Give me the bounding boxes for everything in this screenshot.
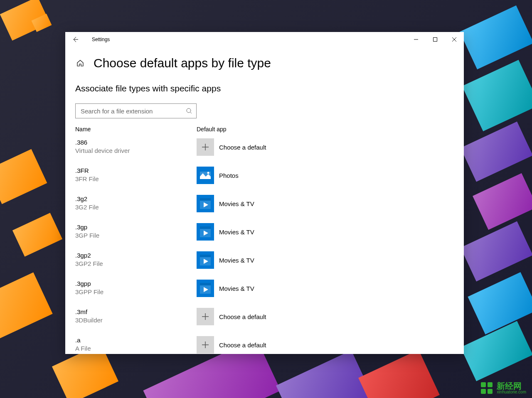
column-header-app: Default app bbox=[197, 126, 227, 133]
svg-rect-28 bbox=[481, 389, 486, 394]
app-label: Choose a default bbox=[219, 144, 266, 151]
file-extension: .a bbox=[75, 336, 197, 344]
watermark-text: 新经网 bbox=[497, 382, 526, 390]
file-description: 3DBuilder bbox=[75, 316, 197, 324]
app-choice-button[interactable]: Movies & TV bbox=[197, 195, 254, 212]
file-row: .3g2 3G2 File Movies & TV bbox=[75, 195, 454, 212]
file-row: .3gp2 3GP2 File Movies & TV bbox=[75, 251, 454, 269]
close-icon bbox=[452, 37, 456, 42]
app-choice-button[interactable]: Choose a default bbox=[197, 138, 266, 156]
file-extension: .3FR bbox=[75, 167, 197, 175]
file-extension: .3mf bbox=[75, 308, 197, 316]
file-extension: .3gp2 bbox=[75, 251, 197, 260]
search-input[interactable] bbox=[81, 108, 186, 115]
svg-rect-1 bbox=[433, 38, 437, 42]
svg-rect-29 bbox=[488, 389, 493, 394]
file-row: .3gpp 3GPP File Movies & TV bbox=[75, 280, 454, 297]
file-description: A File bbox=[75, 344, 197, 353]
movies-tv-icon bbox=[197, 251, 214, 269]
movies-tv-icon bbox=[197, 280, 214, 297]
svg-rect-16 bbox=[200, 255, 211, 257]
file-description: 3FR File bbox=[75, 175, 197, 183]
svg-rect-10 bbox=[200, 198, 211, 201]
svg-rect-19 bbox=[200, 283, 211, 285]
svg-rect-13 bbox=[200, 226, 211, 229]
file-description: Virtual device driver bbox=[75, 147, 197, 155]
file-row: .a A File Choose a default bbox=[75, 336, 454, 354]
svg-line-5 bbox=[190, 112, 192, 113]
file-extension: .3gp bbox=[75, 223, 197, 231]
file-description: 3GP File bbox=[75, 231, 197, 240]
app-label: Movies & TV bbox=[219, 257, 254, 264]
svg-point-4 bbox=[187, 108, 191, 113]
movies-tv-icon bbox=[197, 223, 214, 241]
arrow-left-icon bbox=[72, 36, 79, 43]
file-description: 3GP2 File bbox=[75, 260, 197, 268]
photos-icon bbox=[197, 167, 214, 184]
watermark: 新经网 xinhuatone.com bbox=[479, 381, 526, 396]
plus-icon bbox=[197, 336, 214, 354]
back-button[interactable] bbox=[69, 33, 82, 46]
movies-tv-icon bbox=[197, 195, 214, 212]
search-box[interactable] bbox=[75, 103, 197, 118]
svg-rect-27 bbox=[488, 382, 493, 387]
app-choice-button[interactable]: Movies & TV bbox=[197, 223, 254, 241]
plus-icon bbox=[197, 308, 214, 325]
file-row: .3FR 3FR File Photos bbox=[75, 167, 454, 184]
app-choice-button[interactable]: Choose a default bbox=[197, 308, 266, 325]
app-label: Choose a default bbox=[219, 341, 266, 349]
app-choice-button[interactable]: Movies & TV bbox=[197, 251, 254, 269]
app-choice-button[interactable]: Choose a default bbox=[197, 336, 266, 354]
file-extension: .3g2 bbox=[75, 195, 197, 203]
app-choice-button[interactable]: Photos bbox=[197, 167, 239, 184]
watermark-url: xinhuatone.com bbox=[497, 390, 526, 394]
settings-window: Settings Choose default apps by file typ… bbox=[65, 32, 464, 354]
watermark-logo-icon bbox=[479, 381, 494, 396]
maximize-button[interactable] bbox=[426, 33, 445, 46]
search-icon bbox=[186, 108, 192, 114]
title-bar: Settings bbox=[65, 32, 464, 47]
app-choice-button[interactable]: Movies & TV bbox=[197, 280, 254, 297]
file-row: .3mf 3DBuilder Choose a default bbox=[75, 308, 454, 325]
column-header-name: Name bbox=[75, 126, 197, 133]
page-subtitle: Associate file types with specific apps bbox=[75, 84, 454, 93]
window-title: Settings bbox=[92, 37, 110, 42]
app-label: Movies & TV bbox=[219, 285, 254, 292]
file-description: 3G2 File bbox=[75, 203, 197, 211]
home-button[interactable] bbox=[75, 58, 85, 68]
home-icon bbox=[76, 59, 84, 67]
app-label: Movies & TV bbox=[219, 228, 254, 236]
close-button[interactable] bbox=[445, 33, 464, 46]
svg-point-9 bbox=[207, 172, 209, 174]
plus-icon bbox=[197, 138, 214, 156]
page-title: Choose default apps by file type bbox=[94, 56, 271, 70]
file-type-list: .386 Virtual device driver Choose a defa… bbox=[75, 138, 454, 354]
file-extension: .386 bbox=[75, 138, 197, 147]
minimize-button[interactable] bbox=[406, 33, 426, 46]
maximize-icon bbox=[433, 37, 437, 42]
file-row: .386 Virtual device driver Choose a defa… bbox=[75, 138, 454, 156]
svg-rect-26 bbox=[481, 382, 486, 387]
file-extension: .3gpp bbox=[75, 280, 197, 288]
app-label: Photos bbox=[219, 172, 239, 179]
file-row: .3gp 3GP File Movies & TV bbox=[75, 223, 454, 241]
file-description: 3GPP File bbox=[75, 288, 197, 296]
app-label: Movies & TV bbox=[219, 200, 254, 207]
minimize-icon bbox=[414, 37, 418, 42]
app-label: Choose a default bbox=[219, 313, 266, 320]
